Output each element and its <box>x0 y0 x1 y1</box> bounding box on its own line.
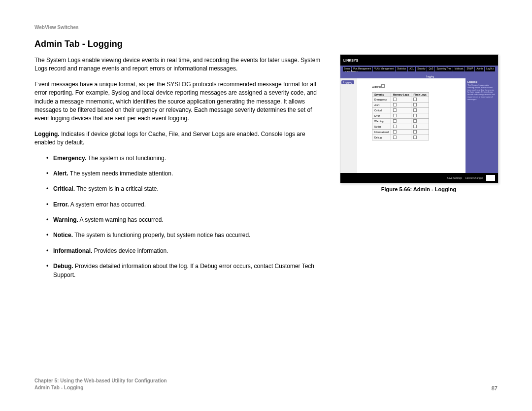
nav-tab: LogOut <box>485 67 495 71</box>
term: Warning. <box>53 216 78 223</box>
help-title: Logging <box>467 80 496 83</box>
checkbox-icon <box>393 130 397 134</box>
row-label: Warning <box>372 119 391 124</box>
checkbox-icon <box>413 103 417 106</box>
nav-tabs: Setup Port Management VLAN Management St… <box>343 67 495 71</box>
list-item: Alert. The system needs immediate attent… <box>46 170 327 178</box>
term: Error. <box>53 201 69 208</box>
list-item: Warning. A system warning has occurred. <box>46 216 327 224</box>
figure-caption: Figure 5-66: Admin - Logging <box>340 186 498 192</box>
term-text: The system needs immediate attention. <box>68 170 173 177</box>
term-text: A system error has occurred. <box>69 201 146 208</box>
row-label: Notice <box>372 124 391 130</box>
product-label <box>495 59 495 62</box>
checkbox-icon <box>393 136 397 139</box>
list-item: Error. A system error has occurred. <box>46 201 327 209</box>
checkbox-icon <box>413 98 417 101</box>
content-row: The System Logs enable viewing device ev… <box>34 56 498 286</box>
nav-tab: Spanning Tree <box>435 67 452 71</box>
col-header: Flash Logs <box>411 93 429 97</box>
screenshot-main-panel: Logging Severity Memory Logs Flash Logs … <box>357 78 466 173</box>
paragraph-intro: The System Logs enable viewing device ev… <box>34 56 327 73</box>
screenshot-side-tabs: Logging <box>340 78 357 173</box>
footer-chapter: Chapter 5: Using the Web-based Utility f… <box>34 377 167 384</box>
subnav-active: Logging <box>426 75 434 78</box>
paragraph-logging: Logging. Indicates if device global logs… <box>34 130 327 147</box>
nav-tab: Setup <box>343 67 352 71</box>
row-label: Informational <box>372 130 391 135</box>
term: Emergency. <box>53 155 86 162</box>
checkbox-icon <box>413 119 417 123</box>
term: Informational. <box>53 247 92 254</box>
term-text: The system is not functioning. <box>86 155 166 162</box>
paragraph-format: Event messages have a unique format, as … <box>34 80 327 123</box>
cisco-logo-icon <box>486 175 495 181</box>
row-label: Error <box>372 113 391 119</box>
side-tab-active: Logging <box>341 80 354 84</box>
nav-tab: Security <box>416 67 427 71</box>
footer-section: Admin Tab - Logging <box>34 384 167 391</box>
nav-tab: QoS <box>427 67 434 71</box>
checkbox-icon <box>413 136 417 139</box>
checkbox-icon <box>413 114 417 117</box>
severity-table: Severity Memory Logs Flash Logs Emergenc… <box>372 92 429 140</box>
list-item: Notice. The system is functioning proper… <box>46 231 327 240</box>
screenshot-nav: Admin Setup Port Management VLAN Managem… <box>340 66 498 78</box>
term-logging-text: Indicates if device global logs for Cach… <box>34 131 305 146</box>
screenshot-footer: Save Settings Cancel Changes <box>340 173 498 183</box>
nav-tab: Admin <box>475 67 484 71</box>
col-header: Memory Logs <box>391 93 411 97</box>
checkbox-icon <box>413 130 417 134</box>
row-label: Critical <box>372 108 391 113</box>
figure-column: LINKSYS Admin Setup Port Management VLAN… <box>340 54 498 192</box>
document-page: WebView Switches Admin Tab - Logging The… <box>0 0 532 411</box>
term: Critical. <box>53 185 75 192</box>
checkbox-icon <box>413 108 417 112</box>
term-text: The system is functioning properly, but … <box>73 232 250 239</box>
row-label: Alert <box>372 103 391 108</box>
page-number: 87 <box>492 385 498 391</box>
nav-tab: Port Management <box>352 67 372 71</box>
figure-box: LINKSYS Admin Setup Port Management VLAN… <box>340 54 498 192</box>
nav-tab: VLAN Management <box>373 67 395 71</box>
checkbox-icon <box>393 114 397 117</box>
term-text: A system warning has occurred. <box>78 216 164 223</box>
checkbox-icon <box>393 119 397 123</box>
nav-subtabs: Logging <box>365 75 495 78</box>
nav-tab: Multicast <box>453 67 465 71</box>
nav-tab: SNMP <box>465 67 474 71</box>
nav-tab: Statistics <box>396 67 407 71</box>
help-text: The System Logs enable viewing device ev… <box>467 84 495 101</box>
brand-logo-text: LINKSYS <box>343 59 358 62</box>
col-header: Severity <box>372 93 391 97</box>
screenshot-titlebar: LINKSYS <box>340 55 498 66</box>
term-text: Provides device information. <box>92 247 168 254</box>
checkbox-icon <box>413 125 417 128</box>
checkbox-icon <box>393 108 397 112</box>
logging-field-label: Logging <box>372 85 381 88</box>
severity-list: Emergency. The system is not functioning… <box>34 154 327 280</box>
row-label: Emergency <box>372 97 391 103</box>
footer-left: Chapter 5: Using the Web-based Utility f… <box>34 377 167 391</box>
section-title: Admin Tab - Logging <box>34 39 498 49</box>
term: Debug. <box>53 263 73 270</box>
panel-field-label: Logging <box>372 84 461 88</box>
list-item: Informational. Provides device informati… <box>46 247 327 255</box>
list-item: Debug. Provides detailed information abo… <box>46 262 327 279</box>
list-item: Critical. The system is in a critical st… <box>46 185 327 193</box>
list-item: Emergency. The system is not functioning… <box>46 154 327 163</box>
term-logging: Logging. <box>34 131 60 137</box>
screenshot-help-panel: Logging The System Logs enable viewing d… <box>466 78 498 173</box>
term-text: The system is in a critical state. <box>75 185 159 192</box>
term-text: Provides detailed information about the … <box>53 263 314 278</box>
screenshot-body: Logging Logging Severity Memory Logs <box>340 78 498 173</box>
checkbox-icon <box>393 125 397 128</box>
checkbox-icon <box>381 84 385 88</box>
screenshot-admin-logging: LINKSYS Admin Setup Port Management VLAN… <box>340 54 499 183</box>
term: Alert. <box>53 170 68 177</box>
term: Notice. <box>53 232 73 239</box>
cancel-button-label: Cancel Changes <box>465 176 483 179</box>
row-label: Debug <box>372 135 391 140</box>
body-text-column: The System Logs enable viewing device ev… <box>34 56 327 286</box>
save-button-label: Save Settings <box>447 176 462 179</box>
